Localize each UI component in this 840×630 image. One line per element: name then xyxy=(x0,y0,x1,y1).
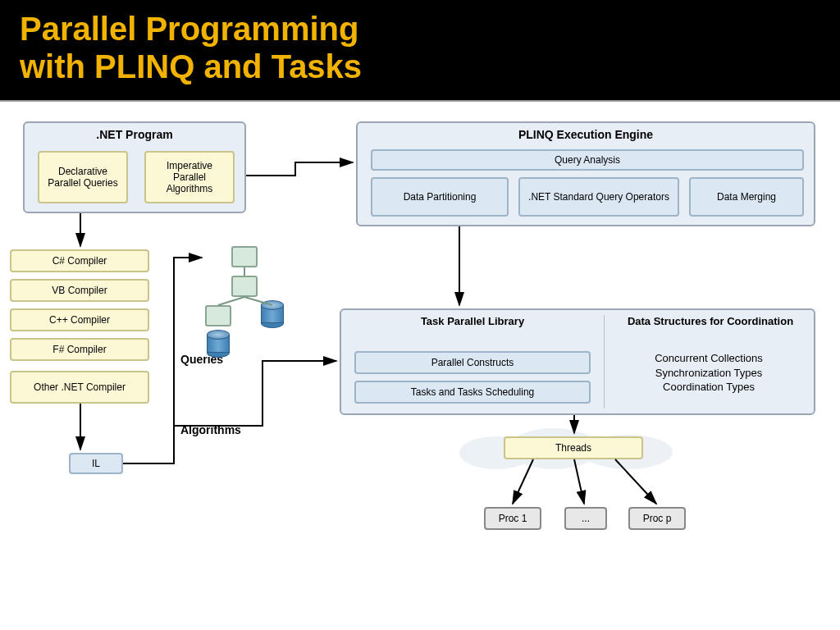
panel-plinq-engine: PLINQ Execution Engine Query Analysis Da… xyxy=(356,121,815,226)
box-data-partitioning: Data Partitioning xyxy=(371,177,509,217)
ds-list: Concurrent Collections Synchronization T… xyxy=(612,346,806,399)
ds-title: Data Structures for Coordination xyxy=(604,310,817,334)
panel-tpl-ds: Task Parallel Library Data Structures fo… xyxy=(340,308,815,415)
box-imperative-algorithms: Imperative Parallel Algorithms xyxy=(144,151,235,203)
database-icon xyxy=(261,300,284,328)
label-algorithms: Algorithms xyxy=(180,423,241,436)
box-proc-1: Proc 1 xyxy=(484,507,541,530)
box-other-compiler: Other .NET Compiler xyxy=(10,371,149,404)
box-proc-ellipsis: ... xyxy=(564,507,607,530)
diagram-canvas: .NET Program Declarative Parallel Querie… xyxy=(0,102,840,619)
box-proc-p: Proc p xyxy=(628,507,686,530)
box-parallel-constructs: Parallel Constructs xyxy=(354,351,591,374)
box-cpp-compiler: C++ Compiler xyxy=(10,308,149,331)
slide-title: Parallel Programming with PLINQ and Task… xyxy=(20,10,820,85)
box-tasks-scheduling: Tasks and Tasks Scheduling xyxy=(354,381,591,404)
box-std-query-ops: .NET Standard Query Operators xyxy=(518,177,679,217)
tree-node-icon xyxy=(205,305,231,326)
box-query-analysis: Query Analysis xyxy=(371,149,804,171)
title-line-2: with PLINQ and Tasks xyxy=(20,48,362,84)
tpl-title: Task Parallel Library xyxy=(341,310,604,334)
box-csharp-compiler: C# Compiler xyxy=(10,249,149,272)
title-bar: Parallel Programming with PLINQ and Task… xyxy=(0,0,840,100)
box-il: IL xyxy=(69,453,123,474)
box-vb-compiler: VB Compiler xyxy=(10,279,149,302)
box-threads: Threads xyxy=(504,436,643,459)
title-line-1: Parallel Programming xyxy=(20,11,358,47)
plinq-title: PLINQ Execution Engine xyxy=(358,123,814,148)
tree-node-icon xyxy=(231,246,258,267)
database-icon xyxy=(207,330,230,358)
svg-line-8 xyxy=(218,297,244,305)
ds-line3: Coordination Types xyxy=(615,380,802,395)
box-declarative-queries: Declarative Parallel Queries xyxy=(38,151,128,203)
ds-line2: Synchronization Types xyxy=(615,366,802,381)
panel-net-program: .NET Program Declarative Parallel Querie… xyxy=(23,121,246,213)
box-data-merging: Data Merging xyxy=(689,177,804,217)
net-program-title: .NET Program xyxy=(25,123,244,148)
tree-node-icon xyxy=(231,276,258,297)
box-fsharp-compiler: F# Compiler xyxy=(10,338,149,361)
ds-line1: Concurrent Collections xyxy=(615,351,802,366)
